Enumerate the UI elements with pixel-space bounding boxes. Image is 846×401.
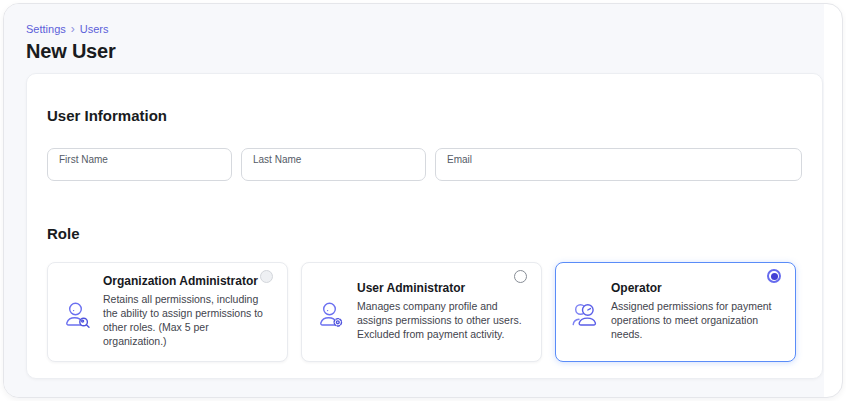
last-name-input[interactable] — [253, 166, 415, 178]
role-description: Manages company profile and assigns perm… — [357, 299, 527, 341]
breadcrumb-settings[interactable]: Settings — [26, 23, 66, 36]
page-title: New User — [26, 40, 824, 62]
email-input[interactable] — [447, 166, 791, 178]
role-title: User Administrator — [357, 281, 527, 295]
first-name-input[interactable] — [59, 166, 221, 178]
radio-user-administrator[interactable] — [514, 270, 527, 283]
chevron-right-icon: › — [71, 23, 75, 36]
breadcrumb-users[interactable]: Users — [80, 23, 109, 36]
radio-dot — [771, 273, 778, 280]
email-field[interactable]: Email — [435, 148, 802, 181]
role-heading: Role — [47, 226, 802, 242]
role-card-user-administrator[interactable]: User Administrator Manages company profi… — [301, 262, 542, 362]
first-name-field[interactable]: First Name — [47, 148, 232, 181]
role-description: Retains all permissions, including the a… — [103, 292, 273, 348]
user-information-heading: User Information — [47, 108, 802, 124]
role-card-operator[interactable]: Operator Assigned permissions for paymen… — [555, 262, 796, 362]
person-gear-icon — [316, 300, 348, 332]
role-card-organization-administrator[interactable]: Organization Administrator Retains all p… — [47, 262, 288, 362]
role-options: Organization Administrator Retains all p… — [47, 262, 802, 362]
people-icon — [570, 300, 602, 332]
app-window: Settings › Users New User User Informati… — [3, 3, 843, 398]
role-text-block: User Administrator Manages company profi… — [357, 281, 527, 341]
email-label: Email — [447, 154, 791, 165]
role-title: Organization Administrator — [103, 274, 273, 288]
user-information-fields: First Name Last Name Email — [47, 148, 802, 181]
new-user-form-panel: User Information First Name Last Name Em… — [26, 73, 823, 379]
breadcrumb: Settings › Users — [26, 23, 824, 36]
last-name-field[interactable]: Last Name — [241, 148, 426, 181]
last-name-label: Last Name — [253, 154, 415, 165]
role-text-block: Organization Administrator Retains all p… — [103, 274, 273, 348]
person-magnifier-icon — [62, 300, 94, 332]
radio-organization-administrator[interactable] — [260, 270, 273, 283]
first-name-label: First Name — [59, 154, 221, 165]
role-description: Assigned permissions for payment operati… — [611, 299, 781, 341]
radio-operator[interactable] — [767, 269, 781, 283]
role-text-block: Operator Assigned permissions for paymen… — [611, 281, 781, 341]
screenshot-stage: Settings › Users New User User Informati… — [0, 0, 846, 401]
page-background: Settings › Users New User User Informati… — [4, 4, 824, 397]
role-title: Operator — [611, 281, 781, 295]
